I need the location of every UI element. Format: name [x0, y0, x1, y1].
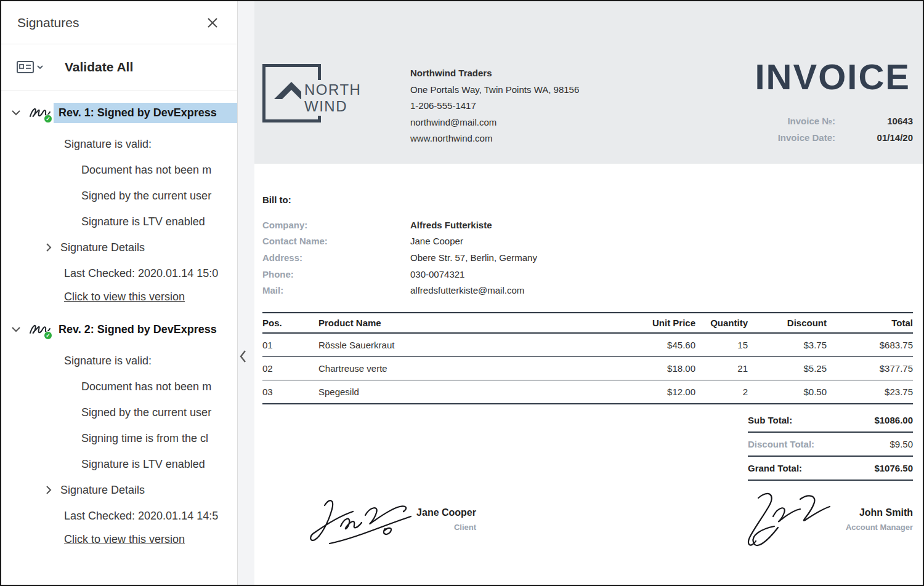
bill-to-heading: Bill to: — [262, 195, 291, 205]
company-website: www.northwind.com — [410, 130, 579, 147]
invoice-number-label: Invoice №: — [787, 116, 835, 126]
col-header-product: Product Name — [318, 318, 603, 328]
invoice-totals: Sub Total: $1086.00 Discount Total: $9.5… — [748, 409, 913, 481]
validate-all-row: Validate All — [1, 44, 237, 90]
check-item: Signing time is from the cl — [81, 425, 237, 451]
invoice-number-value: 10643 — [835, 116, 913, 126]
company-address: One Portals Way, Twin Points WA, 98156 — [410, 82, 579, 98]
sub-total-label: Sub Total: — [748, 415, 792, 425]
cell-discount: $0.50 — [748, 387, 827, 397]
revision-1-title[interactable]: Rev. 1: Signed by DevExpress — [54, 103, 237, 123]
company-email: northwind@mail.com — [410, 114, 579, 131]
signature-icon: ✓ — [28, 103, 51, 122]
chevron-right-icon — [46, 485, 52, 495]
client-sign-block: Jane Cooper Client — [407, 507, 476, 532]
cell-unit-price: $45.60 — [603, 340, 695, 350]
table-row: 03 Spegesild $12.00 2 $0.50 $23.75 — [262, 380, 913, 404]
signature-icon: ✓ — [28, 320, 51, 339]
grand-total-label: Grand Total: — [748, 463, 802, 473]
signature-valid-label: Signature is valid: — [64, 131, 237, 157]
cell-total: $683.75 — [827, 340, 913, 350]
chevron-down-icon[interactable] — [11, 326, 21, 332]
signature-details-label: Signature Details — [60, 241, 145, 254]
invoice-date-row: Invoice Date: 01/14/20 — [778, 129, 913, 146]
invoice-number-row: Invoice №: 10643 — [778, 113, 913, 129]
logo-text: NORTH WIND — [301, 80, 364, 116]
cell-pos: 01 — [262, 340, 318, 350]
close-icon[interactable] — [204, 14, 221, 31]
northwind-logo: NORTH WIND — [262, 64, 392, 126]
manager-name: John Smith — [814, 507, 913, 518]
signature-valid-label: Signature is valid: — [64, 348, 237, 374]
table-header-row: Pos. Product Name Unit Price Quantity Di… — [262, 312, 913, 334]
bill-row-mail: Mail: alfredsfutterkiste@mail.com — [262, 282, 537, 299]
discount-total-row: Discount Total: $9.50 — [748, 433, 913, 457]
company-info: Northwind Traders One Portals Way, Twin … — [410, 65, 579, 147]
revision-2-title[interactable]: Rev. 2: Signed by DevExpress — [54, 319, 237, 340]
cell-pos: 03 — [262, 387, 318, 397]
client-signature-image — [305, 491, 416, 552]
check-item: Signed by the current user — [81, 183, 237, 209]
logo-text-line2: WIND — [304, 98, 361, 114]
col-header-total: Total — [827, 318, 913, 328]
view-version-link[interactable]: Click to view this version — [64, 286, 237, 307]
last-checked-text: Last Checked: 2020.01.14 14:5 — [64, 503, 237, 529]
invoice-header-band: NORTH WIND Northwind Traders One Portals… — [254, 1, 923, 164]
signature-details-label: Signature Details — [60, 484, 145, 497]
sub-total-row: Sub Total: $1086.00 — [748, 409, 913, 433]
invoice-date-label: Invoice Date: — [778, 132, 835, 143]
collapse-panel-icon[interactable] — [239, 350, 246, 363]
col-header-quantity: Quantity — [695, 318, 748, 328]
logo-text-line1: NORTH — [304, 81, 361, 98]
cell-total: $23.75 — [827, 387, 913, 397]
field-value: 030-0074321 — [410, 269, 464, 279]
bill-row-contact: Contact Name: Jane Cooper — [262, 233, 537, 250]
grand-total-value: $1076.50 — [874, 463, 913, 473]
bill-row-company: Company: Alfreds Futterkiste — [262, 217, 537, 233]
cell-product: Rössle Sauerkraut — [318, 340, 603, 350]
invoice-meta: Invoice №: 10643 Invoice Date: 01/14/20 — [778, 113, 913, 146]
invoice-date-value: 01/14/20 — [835, 132, 913, 143]
caret-down-icon[interactable] — [36, 65, 44, 70]
cell-unit-price: $12.00 — [603, 387, 695, 397]
col-header-pos: Pos. — [262, 318, 318, 328]
signatures-panel: Signatures Validate All — [1, 1, 238, 585]
bill-to-fields: Company: Alfreds Futterkiste Contact Nam… — [262, 217, 537, 299]
table-row: 01 Rössle Sauerkraut $45.60 15 $3.75 $68… — [262, 334, 913, 357]
chevron-down-icon[interactable] — [11, 110, 21, 116]
bill-row-address: Address: Obere Str. 57, Berlin, Germany — [262, 249, 537, 266]
table-row: 02 Chartreuse verte $18.00 21 $5.25 $377… — [262, 357, 913, 380]
client-role: Client — [407, 523, 476, 532]
discount-total-label: Discount Total: — [748, 439, 814, 449]
check-item: Document has not been m — [81, 157, 237, 183]
company-phone: 1-206-555-1417 — [410, 98, 579, 114]
company-name: Northwind Traders — [410, 65, 579, 82]
grand-total-row: Grand Total: $1076.50 — [748, 457, 913, 481]
field-label: Contact Name: — [262, 236, 410, 246]
invoice-title: INVOICE — [755, 59, 911, 95]
cell-unit-price: $18.00 — [603, 363, 695, 374]
manager-sign-block: John Smith Account Manager — [814, 507, 913, 532]
field-label: Company: — [262, 220, 410, 230]
cell-quantity: 2 — [695, 387, 748, 397]
cell-product: Spegesild — [318, 387, 603, 397]
invoice-items-table: Pos. Product Name Unit Price Quantity Di… — [262, 312, 913, 404]
validate-all-icon[interactable] — [16, 60, 34, 74]
field-value: Obere Str. 57, Berlin, Germany — [410, 252, 537, 263]
col-header-discount: Discount — [748, 318, 827, 328]
panel-title: Signatures — [17, 15, 79, 30]
field-value: Jane Cooper — [410, 236, 463, 246]
cell-total: $377.75 — [827, 363, 913, 374]
field-value: Alfreds Futterkiste — [410, 220, 492, 230]
signature-details-toggle[interactable]: Signature Details — [1, 235, 237, 260]
panel-splitter[interactable] — [238, 1, 254, 585]
revision-2-section: ✓ Rev. 2: Signed by DevExpress Signature… — [1, 307, 237, 550]
document-area: NORTH WIND Northwind Traders One Portals… — [254, 1, 923, 585]
signature-details-toggle[interactable]: Signature Details — [1, 477, 237, 503]
validate-all-button[interactable]: Validate All — [61, 59, 137, 75]
view-version-link[interactable]: Click to view this version — [64, 529, 237, 550]
sub-total-value: $1086.00 — [874, 415, 913, 425]
field-label: Mail: — [262, 285, 410, 295]
revision-1-section: ✓ Rev. 1: Signed by DevExpress Signature… — [1, 90, 237, 307]
manager-role: Account Manager — [814, 523, 913, 532]
